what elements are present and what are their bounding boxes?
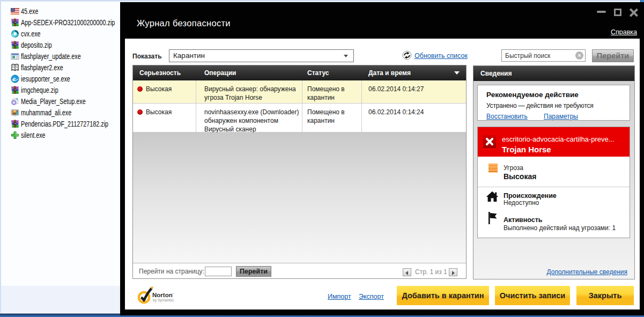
svg-text:e: e <box>13 75 16 83</box>
